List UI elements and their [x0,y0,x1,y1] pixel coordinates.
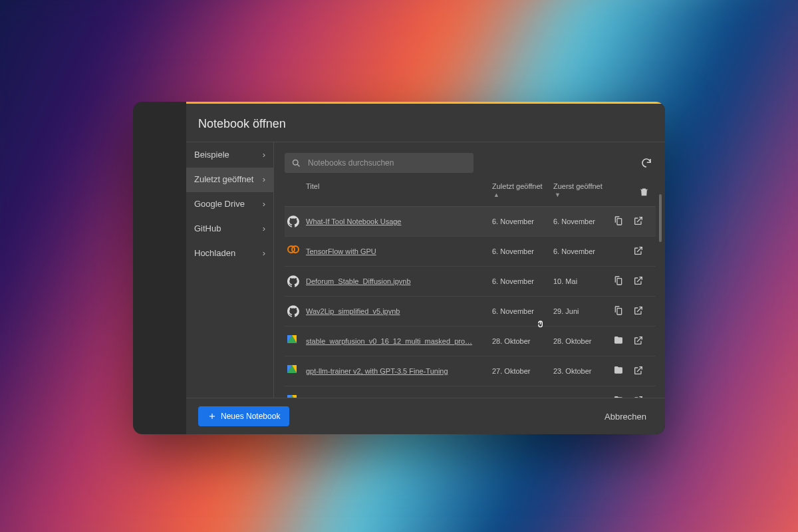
last-opened-date: 6. November [492,277,553,285]
open-in-new-tab-button[interactable] [633,365,653,377]
dialog-title: Notebook öffnen [186,104,665,142]
last-opened-date: 6. November [492,307,553,315]
copy-to-drive-button[interactable] [613,215,633,227]
cancel-button[interactable]: Abbrechen [598,408,653,426]
sidebar-item-label: Google Drive [194,199,245,210]
notebook-row[interactable]: gpt-llm-trainer v2, with GPT-3.5 Fine-Tu… [285,356,656,386]
notebook-title-link[interactable]: Deforum_Stable_Diffusion.ipynb [306,277,492,285]
sidebar-item-recent[interactable]: Zuletzt geöffnet › [186,168,273,192]
open-in-new-tab-button[interactable] [633,215,653,227]
plus-icon [207,412,217,421]
search-icon [291,158,301,168]
notebook-row[interactable]: stable_warpfusion_v0_16_12_multi_masked_… [285,327,656,356]
last-opened-date: 27. Oktober [492,367,553,375]
dialog-footer: Neues Notebook Abbrechen [186,398,665,434]
delete-column-button[interactable] [634,182,653,201]
copy-to-drive-button[interactable] [613,365,633,377]
chevron-right-icon: › [263,174,265,186]
sidebar-item-label: GitHub [194,223,221,235]
refresh-icon [640,157,652,169]
search-box[interactable] [285,153,473,173]
sidebar-item-examples[interactable]: Beispiele › [186,143,273,168]
chevron-right-icon: › [263,223,265,235]
new-notebook-label: Neues Notebook [221,412,280,421]
open-in-new-tab-button[interactable] [633,335,653,347]
notebook-title-link[interactable]: TensorFlow with GPU [306,247,492,255]
column-header-title[interactable]: Titel [306,182,492,190]
modal-accent-bar [186,102,665,104]
github-icon [287,305,299,317]
open-in-new-tab-button[interactable] [633,275,653,287]
colab-window: bos erworben ha ittyp ändern än rkeit Zu… [133,102,665,434]
open-notebook-dialog: Notebook öffnen Beispiele › Zuletzt geöf… [186,104,665,434]
notebook-row[interactable]: TensorFlow with GPU6. November6. Novembe… [285,237,656,267]
search-input[interactable] [308,158,467,168]
refresh-button[interactable] [637,154,656,172]
sort-desc-icon: ▼ [553,192,561,198]
copy-to-drive-button[interactable] [613,275,633,287]
notebook-title-link[interactable]: gpt-llm-trainer v2, with GPT-3.5 Fine-Tu… [306,367,492,375]
sidebar-item-upload[interactable]: Hochladen › [186,241,273,266]
github-icon [287,275,299,287]
github-icon [287,215,299,227]
sort-asc-icon: ▲ [492,192,499,198]
svg-line-1 [297,164,299,166]
column-header-first-opened[interactable]: Zuerst geöffnet▼ [553,182,613,198]
sidebar-item-label: Beispiele [194,150,229,161]
drive-icon [287,395,299,398]
notebook-title-link[interactable]: stable_warpfusion_v0_16_12_multi_masked_… [306,337,492,345]
svg-point-0 [293,160,299,165]
sidebar-item-label: Zuletzt geöffnet [194,174,253,186]
last-opened-date: 6. November [492,247,553,255]
chevron-right-icon: › [263,248,265,259]
open-in-new-tab-button[interactable] [633,305,653,317]
copy-to-drive-button[interactable] [613,335,633,347]
notebook-list-panel: Titel Zuletzt geöffnet▲ Zuerst geöffnet▼… [274,142,665,398]
copy-to-drive-button[interactable] [613,305,633,317]
sidebar-item-google-drive[interactable]: Google Drive › [186,192,273,217]
sidebar-item-github[interactable]: GitHub › [186,217,273,241]
notebook-row[interactable]: What-If Tool Notebook Usage6. November6.… [285,207,656,237]
last-opened-date: 6. November [492,217,553,225]
notebook-row[interactable]: Wav2Lip_simplified_v5.ipynb6. November29… [285,297,656,327]
notebook-row[interactable]: roop-one-click-deepfake.ipynb12. Oktober… [285,386,656,398]
drive-icon [287,335,299,347]
chevron-right-icon: › [263,199,265,210]
trash-icon [639,187,649,197]
open-in-new-tab-button[interactable] [633,245,653,257]
scrollbar-thumb[interactable] [659,194,662,242]
chevron-right-icon: › [263,150,265,161]
first-opened-date: 6. November [553,247,613,255]
new-notebook-button[interactable]: Neues Notebook [198,406,289,426]
source-sidebar: Beispiele › Zuletzt geöffnet › Google Dr… [186,142,274,398]
first-opened-date: 6. November [553,217,613,225]
first-opened-date: 28. Oktober [553,337,613,345]
sidebar-item-label: Hochladen [194,248,235,259]
first-opened-date: 23. Oktober [553,367,613,375]
notebook-title-link[interactable]: What-If Tool Notebook Usage [306,217,492,225]
last-opened-date: 28. Oktober [492,337,553,345]
notebook-title-link[interactable]: Wav2Lip_simplified_v5.ipynb [306,307,492,315]
column-header-last-opened[interactable]: Zuletzt geöffnet▲ [492,182,553,198]
first-opened-date: 10. Mai [553,277,613,285]
notebook-row[interactable]: Deforum_Stable_Diffusion.ipynb6. Novembe… [285,267,656,297]
first-opened-date: 29. Juni [553,307,613,315]
drive-icon [287,365,299,377]
tensorflow-icon [287,245,299,257]
